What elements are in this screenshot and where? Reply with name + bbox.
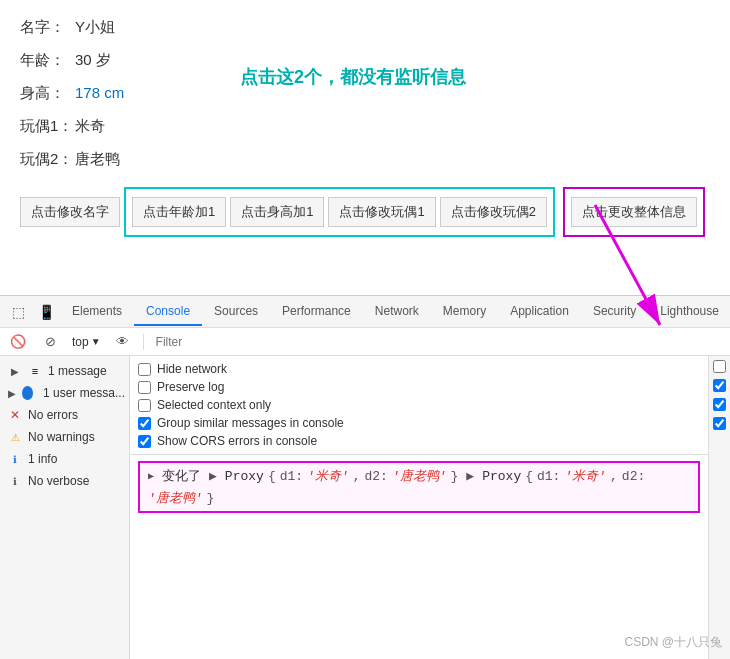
sidebar-item-warnings[interactable]: ⚠ No warnings [0,426,129,448]
big-arrow [585,195,675,348]
cyan-box: 点击年龄加1 点击身高加1 点击修改玩偶1 点击修改玩偶2 [124,187,555,237]
tab-sources[interactable]: Sources [202,298,270,326]
btn-height-plus[interactable]: 点击身高加1 [230,197,324,227]
label-cors-errors: Show CORS errors in console [157,434,317,448]
option-preserve-log: Preserve log [138,378,700,396]
checkbox-group-similar[interactable] [138,417,151,430]
option-selected-context: Selected context only [138,396,700,414]
devtools-sidebar: ▶ ≡ 1 message ▶ 👤 1 user messa... ✕ No e… [0,356,130,659]
label-group-similar: Group similar messages in console [157,416,344,430]
sidebar-label-info: 1 info [28,452,121,466]
inspect-icon[interactable]: ⬚ [4,298,32,326]
label-preserve-log: Preserve log [157,380,224,394]
tab-console[interactable]: Console [134,298,202,326]
devtools-main: Hide network Preserve log Selected conte… [130,356,708,659]
warning-icon: ⚠ [8,432,22,443]
proxy-arrow-2: ▶ [466,468,474,484]
error-icon: ✕ [8,408,22,422]
context-label: top [72,335,89,349]
console-log-area: ▶ 变化了 ▶ Proxy { d1: '米奇' , d2: '唐老鸭' } ▶… [130,454,708,659]
log-expand-icon[interactable]: ▶ [148,470,154,482]
btn-change-toy1[interactable]: 点击修改玩偶1 [328,197,435,227]
devtools-panel: ⬚ 📱 Elements Console Sources Performance… [0,295,730,659]
sidebar-label-message: 1 message [48,364,121,378]
btn-age-plus[interactable]: 点击年龄加1 [132,197,226,227]
csdn-watermark: CSDN @十八只兔 [624,634,722,651]
tab-elements[interactable]: Elements [60,298,134,326]
option-cors-errors: Show CORS errors in console [138,432,700,450]
toy2-line: 玩偶2： 唐老鸭 [20,150,710,169]
tab-application[interactable]: Application [498,298,581,326]
tab-performance[interactable]: Performance [270,298,363,326]
proxy1-key2: d2: [365,469,388,484]
proxy2-brace-close: } [207,491,215,506]
proxy2-val1: '米奇' [564,467,606,485]
proxy2-key2: d2: [622,469,645,484]
height-label: 身高： [20,84,75,103]
user-icon: 👤 [22,386,33,400]
svg-line-1 [595,205,660,325]
sidebar-item-errors[interactable]: ✕ No errors [0,404,129,426]
btn-change-toy2[interactable]: 点击修改玩偶2 [440,197,547,227]
proxy-arrow-1: ▶ [209,468,217,484]
right-check-2[interactable] [713,379,726,392]
proxy1-val1: '米奇' [307,467,349,485]
toy2-label: 玩偶2： [20,150,75,169]
tab-memory[interactable]: Memory [431,298,498,326]
clear-icon[interactable]: 🚫 [4,328,32,356]
right-check-3[interactable] [713,398,726,411]
name-value: Y小姐 [75,18,115,37]
proxy2-comma: , [610,469,618,484]
sidebar-label-verbose: No verbose [28,474,121,488]
proxy2-label: Proxy [482,469,521,484]
eye-icon[interactable]: 👁 [109,328,137,356]
height-value: 178 cm [75,84,124,101]
age-label: 年龄： [20,51,75,70]
checkbox-cors-errors[interactable] [138,435,151,448]
btn-change-name[interactable]: 点击修改名字 [20,197,120,227]
proxy1-key1: d1: [280,469,303,484]
expand-user-icon: ▶ [8,388,16,399]
console-options: Hide network Preserve log Selected conte… [130,356,708,454]
label-hide-network: Hide network [157,362,227,376]
toy1-label: 玩偶1： [20,117,75,136]
name-line: 名字： Y小姐 [20,18,710,37]
sidebar-label-errors: No errors [28,408,121,422]
toy1-line: 玩偶1： 米奇 点击这2个，都没有监听信息 [20,117,710,136]
log-prefix: 变化了 [162,467,201,485]
option-group-similar: Group similar messages in console [138,414,700,432]
filter-icon[interactable]: ⊘ [36,328,64,356]
sidebar-item-verbose[interactable]: ℹ No verbose [0,470,129,492]
right-check-4[interactable] [713,417,726,430]
dropdown-arrow-icon: ▼ [91,336,101,347]
log-proxy-box: ▶ 变化了 ▶ Proxy { d1: '米奇' , d2: '唐老鸭' } ▶… [138,461,700,513]
sidebar-label-warnings: No warnings [28,430,121,444]
label-selected-context: Selected context only [157,398,271,412]
verbose-icon: ℹ [8,476,22,487]
proxy1-brace-open: { [268,469,276,484]
proxy2-key1: d1: [537,469,560,484]
age-value: 30 岁 [75,51,111,70]
sidebar-label-user-message: 1 user messa... [43,386,125,400]
checkbox-preserve-log[interactable] [138,381,151,394]
option-hide-network: Hide network [138,360,700,378]
device-icon[interactable]: 📱 [32,298,60,326]
toy1-value: 米奇 [75,117,105,136]
right-check-1[interactable] [713,360,726,373]
sidebar-item-user-message[interactable]: ▶ 👤 1 user messa... [0,382,129,404]
proxy1-label: Proxy [225,469,264,484]
devtools-right-checks [708,356,730,659]
sidebar-item-message[interactable]: ▶ ≡ 1 message [0,360,129,382]
tab-network[interactable]: Network [363,298,431,326]
info-icon: ℹ [8,454,22,465]
name-label: 名字： [20,18,75,37]
main-content: 名字： Y小姐 年龄： 30 岁 身高： 178 cm 玩偶1： 米奇 点击这2… [0,0,730,295]
context-dropdown[interactable]: top ▼ [68,333,105,351]
proxy1-brace-close: } [451,469,459,484]
proxy1-val2: '唐老鸭' [392,467,447,485]
checkbox-selected-context[interactable] [138,399,151,412]
sidebar-item-info[interactable]: ℹ 1 info [0,448,129,470]
list-icon: ≡ [28,365,42,377]
proxy2-brace-open: { [525,469,533,484]
checkbox-hide-network[interactable] [138,363,151,376]
